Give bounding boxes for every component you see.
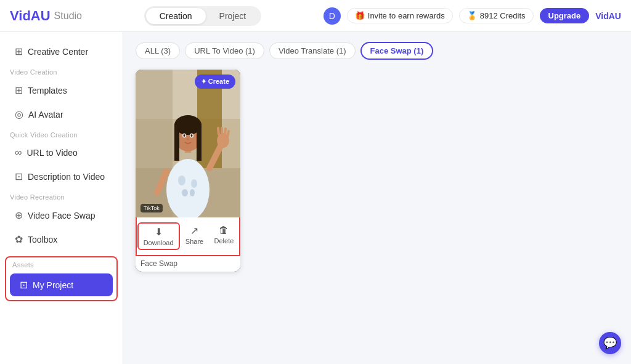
card-label: Face Swap — [136, 256, 240, 272]
filter-face-swap[interactable]: Face Swap (1) — [360, 42, 434, 60]
svg-point-19 — [187, 139, 189, 140]
filter-bar: ALL (3) URL To Video (1) Video Translate… — [136, 42, 619, 60]
action-download[interactable]: ⬇ Download — [137, 222, 180, 250]
templates-icon: ⊞ — [15, 84, 23, 96]
share-label: Share — [185, 238, 203, 245]
credits-count: 8912 Credits — [480, 11, 526, 20]
create-button[interactable]: ✦ Create — [195, 75, 235, 89]
url-icon: ∞ — [15, 147, 22, 158]
sidebar-section-quick-video: Quick Video Creation — [0, 126, 123, 141]
svg-line-25 — [218, 128, 219, 134]
svg-point-9 — [190, 189, 195, 196]
svg-point-17 — [184, 134, 185, 137]
sidebar-label-creative-center: Creative Center — [28, 47, 88, 57]
logo: VidAU Studio — [10, 8, 82, 24]
svg-rect-13 — [174, 124, 179, 161]
invite-label: Invite to earn rewards — [368, 11, 445, 20]
filter-video-translate[interactable]: Video Translate (1) — [269, 42, 356, 59]
credits-icon: 🏅 — [467, 11, 477, 20]
tab-project[interactable]: Project — [206, 8, 260, 24]
sidebar-item-my-project[interactable]: ⊡ My Project — [10, 273, 113, 296]
header-right: D 🎁 Invite to earn rewards 🏅 8912 Credit… — [324, 7, 621, 25]
sidebar-label-templates: Templates — [28, 86, 67, 95]
grid-icon: ⊞ — [15, 46, 23, 57]
discord-icon: D — [329, 11, 335, 21]
sidebar-label-face-swap: Video Face Swap — [28, 211, 95, 220]
invite-button[interactable]: 🎁 Invite to earn rewards — [347, 8, 453, 23]
sidebar-section-video-creation: Video Creation — [0, 63, 123, 78]
sidebar-section-assets: Assets — [6, 257, 116, 271]
main-tabs: Creation Project — [144, 6, 262, 26]
header: VidAU Studio Creation Project D 🎁 Invite… — [0, 0, 631, 32]
chat-icon: 💬 — [603, 336, 617, 350]
action-delete[interactable]: 🗑 Delete — [210, 222, 239, 250]
sidebar-item-toolbox[interactable]: ✿ Toolbox — [5, 228, 118, 251]
content-area: ALL (3) URL To Video (1) Video Translate… — [123, 32, 631, 364]
sidebar-item-url-to-video[interactable]: ∞ URL to Video — [5, 142, 118, 164]
video-thumbnail: TikTok ✦ Create — [136, 70, 240, 217]
face-swap-icon: ⊕ — [15, 209, 23, 221]
filter-url-to-video[interactable]: URL To Video (1) — [185, 42, 264, 59]
logo-studio: Studio — [54, 10, 82, 22]
sidebar-label-my-project: My Project — [33, 280, 73, 290]
sidebar: ⊞ Creative Center Video Creation ⊞ Templ… — [0, 32, 123, 364]
sidebar-label-ai-avatar: AI Avatar — [28, 110, 63, 119]
download-icon: ⬇ — [155, 226, 163, 238]
svg-line-24 — [227, 131, 229, 137]
user-label[interactable]: VidAU — [595, 11, 621, 21]
sidebar-label-toolbox: Toolbox — [28, 235, 57, 245]
sidebar-section-video-recreation: Video Recreation — [0, 188, 123, 203]
thumbnail-svg — [136, 70, 240, 217]
sidebar-item-desc-to-video[interactable]: ⊡ Description to Video — [5, 165, 118, 188]
svg-rect-14 — [197, 124, 202, 161]
svg-point-8 — [182, 189, 188, 196]
svg-point-6 — [178, 176, 185, 185]
tiktok-badge: TikTok — [140, 204, 163, 212]
svg-point-18 — [191, 134, 193, 137]
logo-text: VidAU — [10, 8, 51, 24]
sidebar-item-creative-center[interactable]: ⊞ Creative Center — [5, 40, 118, 63]
chat-bubble[interactable]: 💬 — [599, 332, 621, 354]
video-card-face-swap[interactable]: TikTok ✦ Create ⬇ Download ↗ Share 🗑 — [136, 70, 240, 272]
sidebar-item-ai-avatar[interactable]: ◎ AI Avatar — [5, 103, 118, 126]
sidebar-item-templates[interactable]: ⊞ Templates — [5, 79, 118, 102]
sidebar-label-url-to-video: URL to Video — [26, 148, 78, 158]
tab-creation[interactable]: Creation — [146, 8, 206, 24]
svg-line-23 — [225, 129, 226, 135]
card-actions: ⬇ Download ↗ Share 🗑 Delete — [136, 217, 240, 256]
ai-avatar-icon: ◎ — [15, 108, 23, 120]
project-icon: ⊡ — [20, 279, 28, 291]
main-layout: ⊞ Creative Center Video Creation ⊞ Templ… — [0, 32, 631, 364]
invite-icon: 🎁 — [355, 11, 365, 20]
action-share[interactable]: ↗ Share — [181, 222, 208, 250]
delete-icon: 🗑 — [219, 225, 229, 236]
cards-grid: TikTok ✦ Create ⬇ Download ↗ Share 🗑 — [136, 70, 619, 272]
toolbox-icon: ✿ — [15, 233, 23, 245]
desc-icon: ⊡ — [15, 171, 23, 182]
svg-point-7 — [191, 179, 197, 188]
delete-label: Delete — [214, 237, 234, 245]
sidebar-label-desc-to-video: Description to Video — [28, 172, 105, 182]
sidebar-item-face-swap[interactable]: ⊕ Video Face Swap — [5, 204, 118, 227]
discord-button[interactable]: D — [324, 7, 341, 25]
upgrade-button[interactable]: Upgrade — [540, 8, 590, 23]
share-icon: ↗ — [190, 225, 198, 237]
credits-button[interactable]: 🏅 8912 Credits — [459, 8, 534, 23]
download-label: Download — [144, 239, 174, 246]
filter-all[interactable]: ALL (3) — [136, 42, 180, 59]
